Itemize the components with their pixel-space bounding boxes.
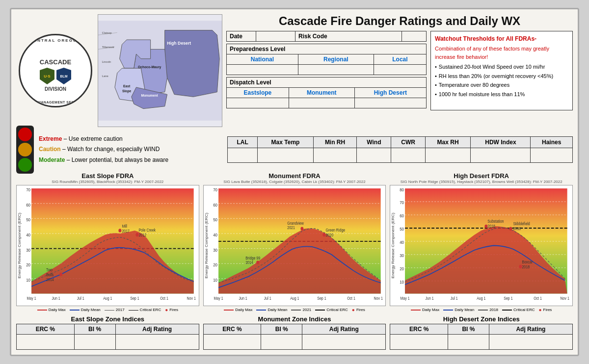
svg-text:May 1: May 1: [401, 296, 410, 301]
col-max-rh: Max RH: [425, 137, 471, 148]
svg-text:Ochoco-Maury: Ochoco-Maury: [138, 65, 161, 69]
legend-daily-max-3: Daily Max: [411, 307, 439, 312]
date-label: Date: [227, 31, 256, 42]
east-slope-indices-title: East Slope Zone Indices: [16, 315, 199, 323]
east-adj-val: [115, 335, 199, 350]
main-board: CENTRAL OREGON CASCADE U·S BLM DIVISION …: [10, 8, 579, 356]
svg-text:May 1: May 1: [27, 296, 36, 301]
svg-text:10: 10: [26, 277, 30, 283]
svg-text:20: 20: [26, 262, 30, 268]
watchout-item-3: • Temperature over 80 degrees: [435, 81, 568, 89]
svg-text:50: 50: [213, 217, 217, 223]
svg-text:2021: 2021: [287, 226, 295, 231]
svg-text:Two: Two: [46, 268, 53, 273]
svg-text:60: 60: [400, 213, 404, 218]
svg-text:Bulls: Bulls: [46, 272, 54, 277]
svg-text:2018: 2018: [522, 264, 530, 269]
pl-regional-value: [298, 65, 374, 75]
svg-point-65: [300, 227, 303, 231]
dl-eastslope-value: [227, 98, 289, 108]
title-area: Cascade Fire Danger Ratings and Daily WX: [226, 14, 573, 28]
svg-text:Boxcar: Boxcar: [522, 260, 533, 265]
high-desert-indices-title: High Desert Zone Indices: [390, 315, 573, 323]
val-max-rh: [425, 148, 471, 163]
svg-text:2014: 2014: [245, 260, 253, 265]
east-slope-chart: 70 60 50 40 30 20 10: [16, 185, 199, 306]
svg-text:May 1: May 1: [214, 296, 223, 301]
logo-bottom-arc: FIRE MANAGEMENT SERVICE: [20, 101, 91, 104]
dl-high-desert: High Desert: [354, 88, 426, 98]
traffic-labels: Extreme – Use extreme caution Caution – …: [39, 134, 168, 166]
east-adj-col: Adj Rating: [115, 324, 199, 335]
svg-text:50: 50: [26, 217, 30, 223]
pl-regional: Regional: [298, 54, 374, 65]
legend-fires-1: ● Fires: [165, 307, 178, 312]
svg-text:2014: 2014: [46, 277, 54, 282]
col-cwr: CWR: [391, 137, 425, 148]
monument-indices-title: Monument Zone Indices: [203, 315, 386, 323]
pl-local: Local: [374, 54, 426, 65]
col-haines: Haines: [531, 137, 573, 148]
risk-code-value: [402, 31, 427, 42]
extreme-label: Extreme: [39, 135, 62, 142]
hd-adj-val: [489, 335, 572, 350]
high-desert-legend: Daily Max Daily Mean 2018 Critical ERC ●…: [390, 307, 573, 312]
legend-critical-erc-1: Critical ERC: [129, 307, 161, 312]
svg-text:Energy Release Component (ERC): Energy Release Component (ERC): [18, 212, 22, 278]
svg-text:Energy Release Component (ERC): Energy Release Component (ERC): [391, 212, 395, 278]
moderate-desc: – Lower potential, but always be aware: [67, 156, 168, 163]
logo-circle: CENTRAL OREGON CASCADE U·S BLM DIVISION …: [19, 34, 92, 107]
svg-text:70: 70: [26, 187, 30, 192]
val-hdw-index: [471, 148, 531, 163]
high-desert-title: High Desert FDRA: [390, 172, 573, 180]
svg-text:Monument: Monument: [141, 94, 159, 97]
col-hdw-index: HDW Index: [471, 137, 531, 148]
map-svg: High Desert Ochoco-Maury East Slope Monu…: [98, 15, 222, 127]
caution-row: Caution – Watch for change, especially W…: [39, 144, 168, 155]
svg-text:Jun 1: Jun 1: [239, 296, 247, 301]
monument-legend: Daily Max Daily Mean 2021 Critical ERC ●…: [203, 307, 386, 312]
svg-text:East: East: [123, 84, 131, 88]
val-max-temp: [258, 148, 314, 163]
legend-fires-2: ● Fires: [352, 307, 365, 312]
val-cwr: [391, 148, 425, 163]
watchout-text-2: RH less than 20% (or overnight recovery …: [439, 72, 553, 80]
indices-section: East Slope Zone Indices ERC % BI % Adj R…: [16, 315, 573, 350]
dispatch-level-table: Dispatch Level Eastslope Monument High D…: [226, 77, 427, 108]
legend-critical-erc-3: Critical ERC: [502, 307, 535, 312]
weather-table: LAL Max Temp Min RH Wind CWR Max RH HDW …: [227, 136, 573, 163]
svg-text:Slope: Slope: [122, 89, 132, 93]
legend-daily-mean-3: Daily Mean: [443, 307, 474, 312]
extreme-desc: – Use extreme caution: [64, 135, 123, 142]
caution-label: Caution: [39, 146, 61, 153]
hd-bi-col: BI %: [448, 324, 489, 335]
svg-text:Nov 1: Nov 1: [561, 296, 569, 301]
col-min-rh: Min RH: [313, 137, 357, 148]
logo-division: DIVISION: [45, 86, 66, 92]
mon-adj-col: Adj Rating: [302, 324, 386, 335]
svg-text:Jun 1: Jun 1: [52, 296, 60, 301]
val-wind: [357, 148, 391, 163]
logo-outer-text: CENTRAL OREGON: [20, 37, 91, 43]
legend-critical-erc-2: Critical ERC: [315, 307, 348, 312]
svg-text:2012: 2012: [138, 233, 146, 237]
watchout-text-1: Sustained 20-foot Wind Speed over 10 mi/…: [439, 63, 545, 71]
traffic-light: [16, 126, 34, 174]
svg-text:40: 40: [400, 239, 404, 245]
svg-text:60: 60: [213, 202, 217, 208]
hd-erc-val: [390, 335, 448, 350]
watchout-item-4: • 1000 hr fuel moisture less than 11%: [435, 90, 568, 99]
high-desert-chart: 80 70 60 50 40 30 20 10: [390, 185, 573, 306]
svg-text:Nov 1: Nov 1: [374, 296, 382, 301]
svg-text:Sep 1: Sep 1: [504, 296, 513, 301]
mon-adj-val: [302, 335, 386, 350]
svg-text:2020: 2020: [325, 233, 333, 237]
svg-text:Bridge 99: Bridge 99: [245, 256, 260, 260]
col-max-temp: Max Temp: [258, 137, 314, 148]
svg-text:2018: 2018: [488, 224, 496, 229]
val-lal: [228, 148, 258, 163]
svg-text:Sep 1: Sep 1: [317, 296, 326, 301]
legend-daily-max-1: Daily Max: [37, 307, 66, 312]
monument-indices-table: ERC % BI % Adj Rating: [203, 324, 386, 350]
svg-text:Jun 1: Jun 1: [426, 296, 434, 301]
